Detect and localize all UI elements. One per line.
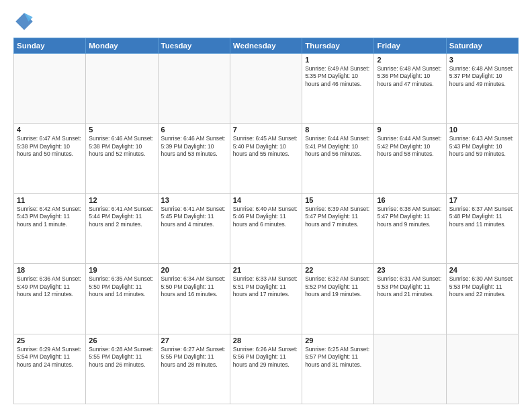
calendar-cell: 19Sunrise: 6:35 AM Sunset: 5:50 PM Dayli… xyxy=(86,264,158,334)
day-number: 19 xyxy=(89,266,154,274)
day-number: 5 xyxy=(89,126,154,134)
day-info: Sunrise: 6:29 AM Sunset: 5:54 PM Dayligh… xyxy=(17,346,83,369)
day-info: Sunrise: 6:25 AM Sunset: 5:57 PM Dayligh… xyxy=(305,346,371,369)
weekday-header-thursday: Thursday xyxy=(302,38,374,54)
calendar-cell: 28Sunrise: 6:26 AM Sunset: 5:56 PM Dayli… xyxy=(230,334,302,404)
calendar-cell: 16Sunrise: 6:38 AM Sunset: 5:47 PM Dayli… xyxy=(374,193,446,263)
day-number: 29 xyxy=(305,336,371,345)
day-info: Sunrise: 6:27 AM Sunset: 5:55 PM Dayligh… xyxy=(161,346,227,369)
day-number: 1 xyxy=(305,56,371,64)
calendar-header-row: SundayMondayTuesdayWednesdayThursdayFrid… xyxy=(14,38,519,54)
calendar-cell xyxy=(374,334,446,404)
day-info: Sunrise: 6:38 AM Sunset: 5:47 PM Dayligh… xyxy=(377,205,443,228)
calendar-cell: 29Sunrise: 6:25 AM Sunset: 5:57 PM Dayli… xyxy=(302,334,374,404)
calendar-cell: 20Sunrise: 6:34 AM Sunset: 5:50 PM Dayli… xyxy=(158,264,230,334)
day-info: Sunrise: 6:41 AM Sunset: 5:44 PM Dayligh… xyxy=(89,205,154,228)
day-info: Sunrise: 6:40 AM Sunset: 5:46 PM Dayligh… xyxy=(233,205,299,228)
day-number: 28 xyxy=(233,336,299,345)
calendar-cell: 15Sunrise: 6:39 AM Sunset: 5:47 PM Dayli… xyxy=(302,193,374,263)
day-info: Sunrise: 6:41 AM Sunset: 5:45 PM Dayligh… xyxy=(161,205,227,228)
day-number: 16 xyxy=(377,196,443,204)
day-number: 4 xyxy=(17,126,83,134)
day-number: 11 xyxy=(17,196,83,204)
day-info: Sunrise: 6:26 AM Sunset: 5:56 PM Dayligh… xyxy=(233,346,299,369)
calendar-cell: 6Sunrise: 6:46 AM Sunset: 5:39 PM Daylig… xyxy=(158,124,230,193)
calendar-cell: 5Sunrise: 6:46 AM Sunset: 5:38 PM Daylig… xyxy=(86,124,158,193)
day-number: 25 xyxy=(17,336,83,345)
day-info: Sunrise: 6:44 AM Sunset: 5:41 PM Dayligh… xyxy=(305,135,371,158)
calendar-cell: 8Sunrise: 6:44 AM Sunset: 5:41 PM Daylig… xyxy=(302,124,374,193)
calendar-cell xyxy=(446,334,518,404)
day-info: Sunrise: 6:33 AM Sunset: 5:51 PM Dayligh… xyxy=(233,275,299,298)
weekday-header-monday: Monday xyxy=(86,38,158,54)
day-info: Sunrise: 6:32 AM Sunset: 5:52 PM Dayligh… xyxy=(305,275,371,298)
day-number: 10 xyxy=(449,126,515,134)
calendar-cell xyxy=(86,54,158,124)
day-number: 13 xyxy=(161,196,227,204)
day-number: 20 xyxy=(161,266,227,274)
day-info: Sunrise: 6:45 AM Sunset: 5:40 PM Dayligh… xyxy=(233,135,299,158)
day-number: 23 xyxy=(377,266,443,274)
calendar-cell: 26Sunrise: 6:28 AM Sunset: 5:55 PM Dayli… xyxy=(86,334,158,404)
day-info: Sunrise: 6:48 AM Sunset: 5:37 PM Dayligh… xyxy=(449,65,515,88)
day-info: Sunrise: 6:35 AM Sunset: 5:50 PM Dayligh… xyxy=(89,275,154,298)
calendar-cell: 17Sunrise: 6:37 AM Sunset: 5:48 PM Dayli… xyxy=(446,193,518,263)
day-number: 18 xyxy=(17,266,83,274)
day-number: 7 xyxy=(233,126,299,134)
day-info: Sunrise: 6:46 AM Sunset: 5:39 PM Dayligh… xyxy=(161,135,227,158)
calendar-cell: 11Sunrise: 6:42 AM Sunset: 5:43 PM Dayli… xyxy=(14,193,86,263)
calendar-week-2: 4Sunrise: 6:47 AM Sunset: 5:38 PM Daylig… xyxy=(14,124,519,193)
calendar-cell: 4Sunrise: 6:47 AM Sunset: 5:38 PM Daylig… xyxy=(14,124,86,193)
day-info: Sunrise: 6:47 AM Sunset: 5:38 PM Dayligh… xyxy=(17,135,83,158)
day-number: 24 xyxy=(449,266,515,274)
day-info: Sunrise: 6:39 AM Sunset: 5:47 PM Dayligh… xyxy=(305,205,371,228)
calendar-cell: 3Sunrise: 6:48 AM Sunset: 5:37 PM Daylig… xyxy=(446,54,518,124)
day-number: 9 xyxy=(377,126,443,134)
calendar-cell: 9Sunrise: 6:44 AM Sunset: 5:42 PM Daylig… xyxy=(374,124,446,193)
weekday-header-saturday: Saturday xyxy=(446,38,518,54)
calendar-week-4: 18Sunrise: 6:36 AM Sunset: 5:49 PM Dayli… xyxy=(14,264,519,334)
calendar-cell: 13Sunrise: 6:41 AM Sunset: 5:45 PM Dayli… xyxy=(158,193,230,263)
day-info: Sunrise: 6:44 AM Sunset: 5:42 PM Dayligh… xyxy=(377,135,443,158)
day-number: 14 xyxy=(233,196,299,204)
day-info: Sunrise: 6:48 AM Sunset: 5:36 PM Dayligh… xyxy=(377,65,443,88)
calendar-week-3: 11Sunrise: 6:42 AM Sunset: 5:43 PM Dayli… xyxy=(14,193,519,263)
weekday-header-tuesday: Tuesday xyxy=(158,38,230,54)
day-info: Sunrise: 6:42 AM Sunset: 5:43 PM Dayligh… xyxy=(17,205,83,228)
header xyxy=(13,11,519,32)
day-info: Sunrise: 6:34 AM Sunset: 5:50 PM Dayligh… xyxy=(161,275,227,298)
calendar-week-1: 1Sunrise: 6:49 AM Sunset: 5:35 PM Daylig… xyxy=(14,54,519,124)
calendar-cell: 10Sunrise: 6:43 AM Sunset: 5:43 PM Dayli… xyxy=(446,124,518,193)
weekday-header-friday: Friday xyxy=(374,38,446,54)
calendar-cell: 7Sunrise: 6:45 AM Sunset: 5:40 PM Daylig… xyxy=(230,124,302,193)
day-info: Sunrise: 6:36 AM Sunset: 5:49 PM Dayligh… xyxy=(17,275,83,298)
day-number: 15 xyxy=(305,196,371,204)
day-number: 8 xyxy=(305,126,371,134)
day-number: 21 xyxy=(233,266,299,274)
weekday-header-wednesday: Wednesday xyxy=(230,38,302,54)
day-info: Sunrise: 6:31 AM Sunset: 5:53 PM Dayligh… xyxy=(377,275,443,298)
calendar-cell: 22Sunrise: 6:32 AM Sunset: 5:52 PM Dayli… xyxy=(302,264,374,334)
calendar-cell xyxy=(158,54,230,124)
day-info: Sunrise: 6:28 AM Sunset: 5:55 PM Dayligh… xyxy=(89,346,154,369)
day-number: 12 xyxy=(89,196,154,204)
day-info: Sunrise: 6:37 AM Sunset: 5:48 PM Dayligh… xyxy=(449,205,515,228)
day-number: 22 xyxy=(305,266,371,274)
calendar: SundayMondayTuesdayWednesdayThursdayFrid… xyxy=(13,38,519,404)
calendar-cell: 1Sunrise: 6:49 AM Sunset: 5:35 PM Daylig… xyxy=(302,54,374,124)
day-number: 6 xyxy=(161,126,227,134)
day-number: 3 xyxy=(449,56,515,64)
calendar-cell: 14Sunrise: 6:40 AM Sunset: 5:46 PM Dayli… xyxy=(230,193,302,263)
calendar-cell: 12Sunrise: 6:41 AM Sunset: 5:44 PM Dayli… xyxy=(86,193,158,263)
day-number: 26 xyxy=(89,336,154,345)
day-number: 17 xyxy=(449,196,515,204)
calendar-cell: 23Sunrise: 6:31 AM Sunset: 5:53 PM Dayli… xyxy=(374,264,446,334)
calendar-cell: 27Sunrise: 6:27 AM Sunset: 5:55 PM Dayli… xyxy=(158,334,230,404)
calendar-cell: 25Sunrise: 6:29 AM Sunset: 5:54 PM Dayli… xyxy=(14,334,86,404)
calendar-cell: 2Sunrise: 6:48 AM Sunset: 5:36 PM Daylig… xyxy=(374,54,446,124)
calendar-cell xyxy=(230,54,302,124)
day-number: 2 xyxy=(377,56,443,64)
weekday-header-sunday: Sunday xyxy=(14,38,86,54)
day-number: 27 xyxy=(161,336,227,345)
calendar-cell xyxy=(14,54,86,124)
